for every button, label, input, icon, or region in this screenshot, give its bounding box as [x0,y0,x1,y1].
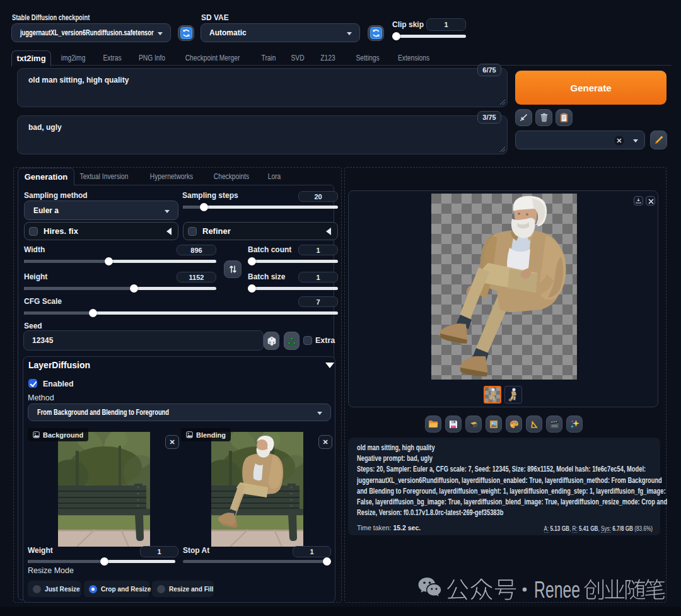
svg-text:Renee: Renee [534,576,580,603]
